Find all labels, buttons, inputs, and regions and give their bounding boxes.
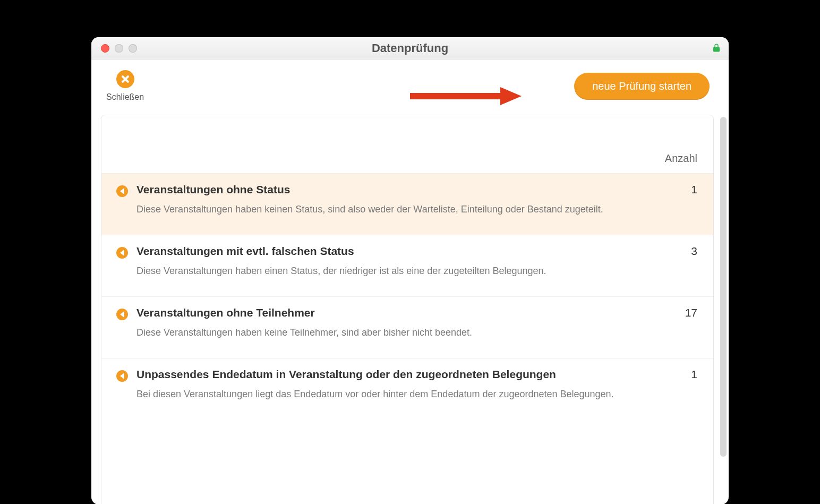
arrow-left-icon	[116, 309, 128, 320]
toolbar: Schließen neue Prüfung starten	[91, 59, 729, 115]
lock-icon	[712, 43, 721, 53]
app-window: Datenprüfung Schließen neue Prüfung star…	[91, 37, 729, 504]
result-item-title: Veranstaltungen ohne Status	[136, 183, 290, 196]
result-item[interactable]: Veranstaltungen mit evtl. falschen Statu…	[101, 235, 713, 296]
result-item-title: Veranstaltungen mit evtl. falschen Statu…	[136, 245, 354, 258]
annotation-arrow-icon	[410, 87, 522, 105]
arrow-left-icon	[116, 247, 128, 259]
window-titlebar: Datenprüfung	[91, 37, 729, 59]
window-title: Datenprüfung	[91, 41, 729, 55]
results-header: Anzahl	[101, 115, 713, 173]
result-item-description: Bei diesen Veranstaltungen liegt das End…	[136, 387, 614, 402]
arrow-left-icon	[116, 370, 128, 382]
results-list: Veranstaltungen ohne Status 1 Diese Vera…	[101, 173, 713, 504]
result-item-count: 1	[691, 368, 697, 381]
result-item-title: Unpassendes Endedatum in Veranstaltung o…	[136, 368, 556, 381]
result-item-description: Diese Veranstaltungen haben keine Teilne…	[136, 326, 614, 340]
result-item-description: Diese Veranstaltungen haben keinen Statu…	[136, 202, 614, 217]
content-area: Anzahl Veranstaltungen ohne Status 1 Die…	[91, 115, 729, 504]
result-item-header: Veranstaltungen mit evtl. falschen Statu…	[136, 245, 697, 258]
count-column-header: Anzahl	[665, 152, 697, 165]
close-button[interactable]: Schließen	[106, 70, 144, 102]
result-item-header: Veranstaltungen ohne Teilnehmer 17	[136, 306, 697, 319]
result-item[interactable]: Veranstaltungen ohne Status 1 Diese Vera…	[101, 173, 713, 235]
result-item-count: 1	[691, 183, 697, 196]
result-item-header: Unpassendes Endedatum in Veranstaltung o…	[136, 368, 697, 381]
result-item-count: 17	[685, 306, 697, 319]
result-item[interactable]: Unpassendes Endedatum in Veranstaltung o…	[101, 358, 713, 420]
svg-marker-1	[500, 87, 522, 105]
result-item-title: Veranstaltungen ohne Teilnehmer	[136, 306, 315, 319]
start-new-check-button[interactable]: neue Prüfung starten	[574, 73, 710, 100]
result-item-count: 3	[691, 245, 697, 258]
scrollbar-thumb[interactable]	[720, 117, 727, 457]
arrow-left-icon	[116, 185, 128, 197]
result-item-description: Diese Veranstaltungen haben einen Status…	[136, 264, 614, 278]
close-icon	[116, 70, 134, 88]
result-item[interactable]: Veranstaltungen ohne Teilnehmer 17 Diese…	[101, 296, 713, 358]
close-button-label: Schließen	[106, 92, 144, 102]
result-item-header: Veranstaltungen ohne Status 1	[136, 183, 697, 196]
results-panel: Anzahl Veranstaltungen ohne Status 1 Die…	[101, 115, 714, 504]
